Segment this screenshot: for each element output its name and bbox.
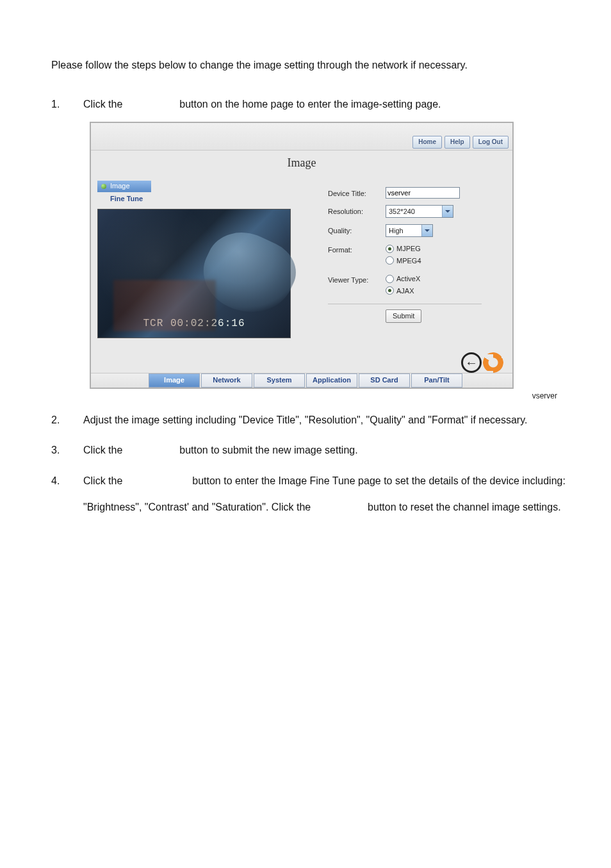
format-mjpeg-option[interactable]: MJPEG: [386, 243, 509, 254]
radio-icon: [386, 286, 394, 295]
page-title: Image: [91, 151, 512, 181]
footer-icon-row: ←: [91, 351, 512, 373]
device-title-input[interactable]: [386, 187, 460, 199]
logout-button[interactable]: Log Out: [473, 136, 509, 149]
top-toolbar: Home Help Log Out: [91, 123, 512, 151]
step-text-pre: Click the: [83, 445, 122, 455]
row-format: Format: MJPEG MPEG4: [328, 243, 509, 267]
intro-text: Please follow the steps below to change …: [51, 58, 566, 73]
chevron-down-icon: [421, 225, 432, 236]
label-format: Format:: [328, 243, 386, 256]
chevron-down-icon: [442, 206, 453, 217]
side-tabs: Image Fine Tune: [97, 181, 315, 205]
bottom-nav-bar: Image Network System Application SD Card…: [91, 373, 512, 388]
settings-form: Device Title: Resolution: 352*240: [315, 181, 509, 338]
label-quality: Quality:: [328, 224, 386, 236]
screenshot-figure: Home Help Log Out Image Image Fine: [90, 122, 566, 402]
select-value: 352*240: [389, 206, 415, 217]
resolution-select[interactable]: 352*240: [386, 205, 453, 218]
step-body: Click the button to submit the new image…: [83, 437, 566, 464]
radio-label: AJAX: [396, 286, 414, 297]
step-body: Click the button to enter the Image Fine…: [83, 468, 566, 521]
label-device-title: Device Title:: [328, 187, 386, 199]
step-4: 4. Click the button to enter the Image F…: [51, 468, 566, 521]
row-viewer-type: Viewer Type: ActiveX AJAX: [328, 274, 509, 297]
viewer-activex-option[interactable]: ActiveX: [386, 274, 509, 284]
radio-label: MPEG4: [396, 256, 421, 266]
step-number: 1.: [51, 91, 83, 118]
nav-tab-application[interactable]: Application: [306, 373, 357, 388]
select-value: High: [389, 225, 403, 236]
step-1: 1. Click the button on the home page to …: [51, 91, 566, 118]
side-tab-label: Fine Tune: [110, 193, 143, 204]
side-tab-image[interactable]: Image: [97, 181, 151, 192]
label-viewer-type: Viewer Type:: [328, 274, 386, 286]
form-divider: [328, 304, 482, 304]
page-body: Image Fine Tune TCR 00:02:26:16 Devi: [91, 181, 512, 338]
nav-tab-sdcard[interactable]: SD Card: [359, 373, 410, 388]
step-body: Click the button on the home page to ent…: [83, 91, 566, 118]
step-3: 3. Click the button to submit the new im…: [51, 437, 566, 464]
back-icon[interactable]: ←: [461, 352, 482, 373]
radio-label: ActiveX: [396, 274, 420, 284]
radio-icon: [386, 275, 394, 283]
nav-tab-network[interactable]: Network: [201, 373, 252, 388]
radio-icon: [386, 256, 394, 265]
submit-button[interactable]: Submit: [386, 309, 421, 323]
left-column: Image Fine Tune TCR 00:02:26:16: [97, 181, 315, 338]
video-preview: TCR 00:02:26:16: [97, 209, 291, 338]
help-button[interactable]: Help: [444, 136, 470, 149]
radio-label: MJPEG: [396, 243, 421, 254]
nav-tab-image[interactable]: Image: [149, 373, 200, 388]
footer-brand: vserver: [90, 389, 566, 402]
step-text-post: button on the home page to enter the ima…: [179, 99, 441, 110]
side-tab-fine-tune[interactable]: Fine Tune: [97, 193, 315, 205]
nav-tab-system[interactable]: System: [254, 373, 305, 388]
instruction-list: 1. Click the button on the home page to …: [51, 91, 566, 521]
viewer-ajax-option[interactable]: AJAX: [386, 286, 509, 297]
step-text-mid2: button to reset the channel image settin…: [368, 502, 561, 512]
step-body: Adjust the image setting including "Devi…: [83, 407, 566, 434]
row-device-title: Device Title:: [328, 187, 509, 199]
step-2: 2. Adjust the image setting including "D…: [51, 407, 566, 434]
timecode-overlay: TCR 00:02:26:16: [98, 316, 290, 331]
radio-icon: [386, 245, 394, 253]
step-text-post: button to submit the new image setting.: [179, 445, 357, 455]
app-window: Home Help Log Out Image Image Fine: [90, 122, 514, 389]
submit-row: Submit: [328, 309, 509, 323]
row-quality: Quality: High: [328, 224, 509, 237]
home-button[interactable]: Home: [412, 136, 442, 149]
side-tab-label: Image: [110, 181, 130, 192]
bullet-icon: [101, 184, 106, 189]
refresh-icon[interactable]: [483, 352, 503, 373]
row-resolution: Resolution: 352*240: [328, 205, 509, 218]
quality-select[interactable]: High: [386, 224, 433, 237]
step-number: 4.: [51, 468, 83, 521]
nav-tab-pantilt[interactable]: Pan/Tilt: [411, 373, 462, 388]
step-number: 2.: [51, 407, 83, 434]
label-resolution: Resolution:: [328, 205, 386, 217]
step-number: 3.: [51, 437, 83, 464]
step-text-pre: Click the: [83, 475, 122, 486]
format-mpeg4-option[interactable]: MPEG4: [386, 256, 509, 266]
step-text-pre: Click the: [83, 99, 122, 110]
document-page: Please follow the steps below to change …: [0, 0, 611, 550]
